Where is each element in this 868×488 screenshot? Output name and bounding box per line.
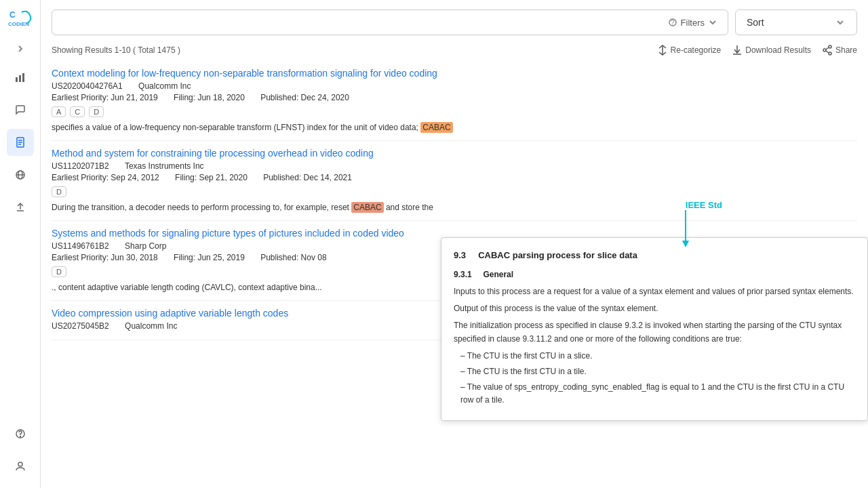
patent-assignee-1: Qualcomm Inc — [138, 81, 191, 91]
patent-assignee-2: Texas Instruments Inc — [125, 161, 204, 171]
ieee-condition-3: The value of sps_entropy_coding_sync_ena… — [460, 381, 855, 407]
sidebar-nav — [7, 64, 34, 420]
ieee-popup: 9.3 CABAC parsing process for slice data… — [441, 237, 868, 421]
filter-label: Filters — [681, 18, 705, 28]
svg-rect-2 — [16, 77, 18, 82]
patent-assignee-3: Sharp Corp — [125, 241, 166, 251]
results-bar: Showing Results 1-10 ( Total 1475 ) Re-c… — [41, 42, 868, 61]
ieee-subsection-title: 9.3.1 General — [454, 268, 855, 281]
svg-line-25 — [826, 51, 829, 53]
patent-dates-1: Earliest Priority: Jun 21, 2019 Filing: … — [52, 93, 857, 102]
patent-meta-1: US20200404276A1 Qualcomm Inc — [52, 81, 857, 91]
patent-title-2[interactable]: Method and system for constraining tile … — [52, 148, 857, 159]
patent-filing-2: Filing: Sep 21, 2020 — [175, 173, 248, 182]
highlight-cabac-2: CABAC — [351, 202, 383, 213]
search-box: CABAC ? Filters — [52, 9, 728, 35]
patent-tag-A[interactable]: A — [52, 106, 66, 117]
svg-point-22 — [823, 49, 826, 52]
svg-text:CODiEN: CODiEN — [8, 21, 29, 27]
patent-tag-D[interactable]: D — [89, 106, 104, 117]
ieee-conditions-list: The CTU is the first CTU in a slice. The… — [454, 350, 855, 407]
sidebar-item-chat[interactable] — [7, 96, 34, 123]
patent-item-1: Context modeling for low-frequency non-s… — [52, 61, 857, 141]
results-count: Showing Results 1-10 ( Total 1475 ) — [52, 45, 657, 55]
recategorize-label: Re-categorize — [671, 45, 722, 55]
filter-button[interactable]: ? Filters — [667, 17, 718, 28]
ieee-condition-2: The CTU is the first CTU in a tile. — [460, 365, 855, 378]
patent-number-1: US20200404276A1 — [52, 81, 123, 91]
ieee-paragraph-3: The initialization process as specified … — [454, 319, 855, 345]
patent-snippet-2: During the transition, a decoder needs t… — [52, 201, 857, 214]
svg-point-14 — [20, 436, 20, 437]
svg-point-23 — [829, 52, 831, 55]
patent-tag-C[interactable]: C — [70, 106, 85, 117]
svg-point-21 — [829, 45, 831, 48]
svg-line-24 — [826, 47, 829, 49]
svg-rect-4 — [22, 73, 24, 82]
ieee-subsection-num: 9.3.1 — [454, 270, 472, 279]
svg-text:C: C — [9, 10, 16, 20]
sidebar: C CODiEN — [0, 0, 41, 488]
patent-item-2: Method and system for constraining tile … — [52, 141, 857, 221]
patent-priority-1: Earliest Priority: Jun 21, 2019 — [52, 93, 158, 102]
ieee-section-title: 9.3 CABAC parsing process for slice data — [454, 249, 855, 263]
patent-number-3: US11496761B2 — [52, 241, 109, 251]
ieee-label: IEEE Std — [686, 200, 722, 210]
sort-dropdown[interactable]: Sort — [735, 9, 857, 35]
ieee-condition-1: The CTU is the first CTU in a slice. — [460, 350, 855, 363]
patent-number-2: US11202071B2 — [52, 161, 109, 171]
patent-filing-1: Filing: Jun 18, 2020 — [174, 93, 245, 102]
ieee-paragraph-1: Inputs to this process are a request for… — [454, 285, 855, 298]
svg-rect-3 — [19, 75, 21, 82]
patent-tags-1: A C D — [52, 106, 857, 117]
patent-published-3: Published: Nov 08 — [260, 253, 326, 262]
share-button[interactable]: Share — [822, 45, 857, 56]
main-content: CABAC ? Filters Sort Showing Results 1- — [41, 0, 868, 488]
ieee-paragraph-2: Output of this process is the value of t… — [454, 302, 855, 315]
patent-filing-3: Filing: Jun 25, 2019 — [174, 253, 245, 262]
svg-marker-27 — [682, 241, 689, 247]
patent-dates-2: Earliest Priority: Sep 24, 2012 Filing: … — [52, 173, 857, 182]
patent-tag-D3[interactable]: D — [52, 266, 66, 277]
patent-number-4: US20275045B2 — [52, 321, 109, 331]
patent-tags-2: D — [52, 186, 857, 197]
sidebar-item-help[interactable] — [7, 420, 34, 447]
ieee-arrow-decoration: IEEE Std — [686, 200, 722, 210]
patent-snippet-1: specifies a value of a low-frequency non… — [52, 121, 857, 134]
patent-priority-3: Earliest Priority: Jun 30, 2018 — [52, 253, 158, 262]
patent-meta-2: US11202071B2 Texas Instruments Inc — [52, 161, 857, 171]
sidebar-item-upload[interactable] — [7, 194, 34, 221]
patent-published-2: Published: Dec 14, 2021 — [263, 173, 352, 182]
ieee-subsection-heading: General — [483, 270, 513, 279]
search-bar-area: CABAC ? Filters Sort — [41, 0, 868, 42]
sidebar-item-document[interactable] — [7, 129, 34, 156]
patent-priority-2: Earliest Priority: Sep 24, 2012 — [52, 173, 159, 182]
patent-title-1[interactable]: Context modeling for low-frequency non-s… — [52, 68, 857, 79]
patent-assignee-4: Qualcomm Inc — [125, 321, 177, 331]
sidebar-item-chart[interactable] — [7, 64, 34, 91]
download-label: Download Results — [745, 45, 811, 55]
ieee-section-heading: CABAC parsing process for slice data — [478, 250, 637, 260]
search-input[interactable]: CABAC — [62, 17, 662, 28]
highlight-cabac-1: CABAC — [420, 122, 452, 133]
app-logo[interactable]: C CODiEN — [7, 7, 34, 34]
sidebar-item-user[interactable] — [7, 453, 34, 480]
results-list: Context modeling for low-frequency non-s… — [41, 61, 868, 488]
ieee-popup-container: IEEE Std 9.3 CABAC parsing process for s… — [441, 237, 868, 421]
sidebar-item-globe[interactable] — [7, 161, 34, 188]
svg-text:?: ? — [671, 19, 675, 26]
svg-point-15 — [18, 462, 22, 466]
sidebar-toggle-button[interactable] — [10, 41, 31, 57]
share-label: Share — [835, 45, 857, 55]
patent-published-1: Published: Dec 24, 2020 — [260, 93, 349, 102]
download-button[interactable]: Download Results — [732, 45, 811, 56]
sidebar-bottom — [7, 420, 34, 488]
sort-label: Sort — [747, 17, 829, 28]
results-actions: Re-categorize Download Results S — [657, 45, 857, 56]
ieee-section-num: 9.3 — [454, 250, 466, 260]
patent-tag-D2[interactable]: D — [52, 186, 66, 197]
recategorize-button[interactable]: Re-categorize — [657, 45, 722, 56]
